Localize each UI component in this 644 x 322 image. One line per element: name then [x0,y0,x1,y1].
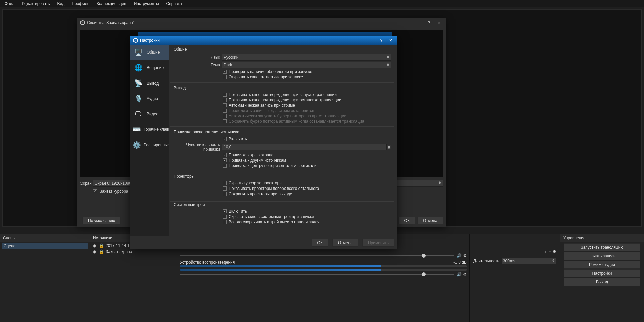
settings-button[interactable]: Настройки [564,269,640,277]
meter-left [180,265,467,267]
close-icon[interactable]: ✕ [387,38,394,43]
spin-arrows[interactable]: ▲▼ [387,145,391,149]
snap-other-checkbox[interactable] [223,158,227,162]
gear-icon[interactable]: ⚙ [553,249,556,255]
nav-label: Горячие клави [144,127,169,132]
nav-item-general[interactable]: 🖥️ Общие [130,45,169,60]
capture-cursor-checkbox[interactable] [93,189,97,193]
source-row[interactable]: ◉ 🔒 Захват экрана [92,249,175,255]
snap-enable-checkbox[interactable] [223,137,227,141]
meter-right [180,269,467,271]
nav-label: Общие [147,50,160,55]
transitions-panel: ＋ − ⚙ Длительность 300ms ▲▼ [470,234,560,322]
confirm-stop-checkbox[interactable] [223,98,227,102]
nav-item-audio[interactable]: 🎙️ Аудио [130,91,169,106]
menu-tools[interactable]: Инструменты [130,1,162,7]
mixer-track-label: Устройство воспроизведения [180,260,235,265]
menu-scene-collection[interactable]: Коллекция сцен [93,1,130,7]
group-snapping: Привязка расположения источника Включить… [170,129,394,171]
proj-save-checkbox[interactable] [223,192,227,196]
controls-title: Управление [560,234,644,242]
menu-edit[interactable]: Редактировать [19,1,53,7]
menu-profile[interactable]: Профиль [68,1,93,7]
snap-sens-input[interactable] [222,144,387,150]
mixer-track: 🔊 ⚙ [180,250,467,258]
nav-label: Вывод [147,81,159,86]
snap-sens-label: Чувствительность привязки [173,142,220,152]
antenna-icon: 📡 [132,78,144,88]
monitor-icon: 🖥️ [132,47,144,57]
mixer-db: -0.8 dB [453,260,467,265]
plus-icon[interactable]: ＋ [544,249,548,255]
nav-item-advanced[interactable]: ⚙️ Расширенные [130,137,169,153]
auto-replay-checkbox [223,114,227,118]
menu-help[interactable]: Справка [163,1,185,7]
ok-button[interactable]: ОК [398,217,415,224]
mute-icon[interactable]: 🔊 [457,272,462,277]
lock-icon[interactable]: 🔒 [99,249,104,254]
nav-item-stream[interactable]: 🌐 Вещание [130,60,169,75]
help-icon[interactable]: ? [378,38,385,43]
checkbox-label: Сохранять проекторы при выходе [229,192,292,196]
defaults-button[interactable]: По умолчанию [82,217,121,224]
settings-ok-button[interactable]: ОК [312,239,328,247]
gear-icon[interactable]: ⚙ [463,272,467,277]
controls-panel: Управление Запустить трансляцию Начать з… [560,234,644,322]
nav-item-hotkeys[interactable]: ⌨️ Горячие клави [130,122,169,137]
group-title: Общие [172,46,396,52]
checkbox-label: Продолжить запись, когда стрим остановит… [229,108,314,113]
snap-center-checkbox[interactable] [223,164,227,168]
nav-label: Видео [147,112,158,116]
eye-icon[interactable]: ◉ [92,249,97,254]
tray-always-min-checkbox[interactable] [223,220,227,224]
scene-item[interactable]: Сцена [2,243,88,249]
confirm-start-checkbox[interactable] [223,93,227,97]
eye-icon[interactable]: ◉ [92,243,97,248]
duration-input[interactable]: 300ms ▲▼ [501,258,556,264]
theme-select[interactable]: Dark▲▼ [222,62,391,68]
menubar: Файл Редактировать Вид Профиль Коллекция… [0,0,644,7]
capture-cursor-label: Захват курсора [100,189,128,194]
checkbox-label: Всегда сворачивать в трей вместо панели … [229,220,319,224]
nav-item-output[interactable]: 📡 Вывод [130,75,169,91]
lang-select[interactable]: Русский▲▼ [222,54,391,61]
scenes-panel: Сцены Сцена [0,234,90,322]
checkbox-label: Привязка к краю экрана [229,153,273,157]
exit-button[interactable]: Выход [564,278,640,286]
settings-apply-button: Применить [362,239,394,247]
checkbox-label: Включить [229,209,247,214]
studio-mode-button[interactable]: Режим студии [564,261,640,269]
snap-edge-checkbox[interactable] [223,153,227,157]
volume-slider[interactable] [180,255,454,256]
lock-icon[interactable]: 🔒 [99,243,104,248]
nav-label: Аудио [147,96,158,101]
help-icon[interactable]: ? [425,20,433,25]
duration-label: Длительность [473,259,499,263]
tray-hide-start-checkbox[interactable] [223,215,227,219]
auto-record-checkbox[interactable] [223,103,227,107]
settings-content[interactable]: Общие Язык Русский▲▼ Тема [169,45,397,236]
volume-slider[interactable] [180,274,454,275]
source-label: Захват экрана [106,249,132,254]
checkbox-label: Привязка к другим источникам [229,158,286,163]
nav-item-video[interactable]: 🖵 Видео [130,106,169,122]
cancel-button[interactable]: Отмена [417,217,443,224]
check-updates-checkbox[interactable] [223,70,227,74]
proj-on-top-checkbox[interactable] [223,186,227,191]
gear-icon[interactable]: ⚙ [463,253,467,258]
tray-enable-checkbox[interactable] [223,209,227,213]
open-stats-checkbox[interactable] [223,75,227,79]
proj-hide-cursor-checkbox[interactable] [223,181,227,185]
mixer-track: Устройство воспроизведения -0.8 dB 🔊 ⚙ [180,260,467,277]
check-updates-label: Проверять наличие обновлений при запуске [229,69,312,74]
close-icon[interactable]: ✕ [435,20,443,25]
minus-icon[interactable]: − [549,249,551,255]
menu-file[interactable]: Файл [1,1,18,7]
start-stream-button[interactable]: Запустить трансляцию [564,243,640,251]
mute-icon[interactable]: 🔊 [457,253,462,258]
menu-view[interactable]: Вид [54,1,68,7]
start-record-button[interactable]: Начать запись [564,252,640,260]
checkbox-label: Сохранять буфер повтора активным когда о… [229,119,364,124]
settings-cancel-button[interactable]: Отмена [332,239,358,247]
obs-logo-icon [133,38,138,43]
